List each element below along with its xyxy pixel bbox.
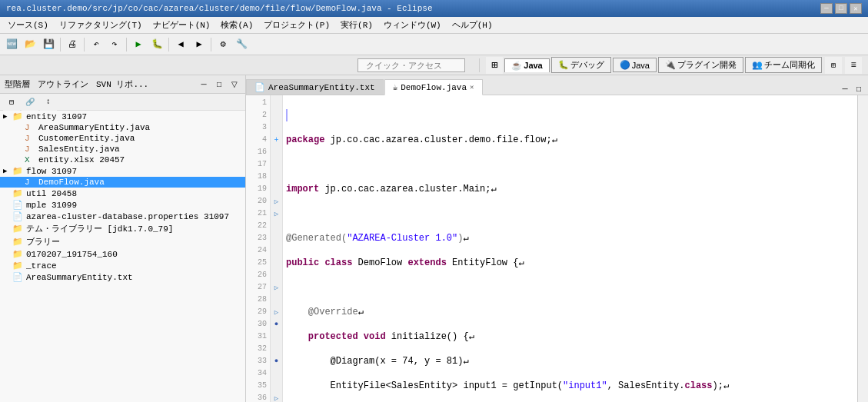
sidebar-menu-button[interactable]: ▽ bbox=[228, 78, 241, 91]
tree-arrow-entity: ▶ bbox=[3, 112, 12, 121]
gutter-26 bbox=[271, 269, 282, 281]
gutter-27: ▷ bbox=[271, 281, 282, 294]
back-button[interactable]: ◀ bbox=[172, 36, 189, 53]
tree-item-properties[interactable]: 📄 azarea-cluster-database.properties 310… bbox=[0, 211, 245, 222]
ln-31: 31 bbox=[246, 331, 267, 343]
perspective-settings[interactable]: ≡ bbox=[845, 57, 862, 74]
ln-35: 35 bbox=[246, 380, 267, 392]
tree-item-demoflow[interactable]: J DemoFlow.java bbox=[0, 177, 245, 188]
code-content[interactable]: package jp.co.cac.azarea.cluster.demo.fi… bbox=[283, 95, 857, 402]
code-line-1 bbox=[286, 109, 857, 121]
code-gutter: + ▷ ▷ ▷ ▷ ● ● ▷ bbox=[271, 95, 283, 402]
menu-refactor[interactable]: リファクタリング(T) bbox=[55, 18, 147, 32]
tree-item-util[interactable]: 📁 util 20458 bbox=[0, 188, 245, 199]
editor-minimize-button[interactable]: ─ bbox=[839, 82, 851, 95]
code-line-19 bbox=[286, 281, 857, 294]
tree-label-util: util 20458 bbox=[26, 189, 77, 198]
sidebar-collapse-button[interactable]: ⊟ bbox=[3, 94, 20, 111]
gutter-35 bbox=[271, 380, 282, 392]
tree-item-trace[interactable]: 📁 _trace bbox=[0, 260, 245, 271]
ln-24: 24 bbox=[246, 244, 267, 257]
open-perspective-button[interactable]: ⊞ bbox=[825, 57, 842, 74]
gutter-23 bbox=[271, 232, 282, 244]
tree-item-flow-folder[interactable]: ▶ 📁 flow 31097 bbox=[0, 165, 245, 177]
menu-run[interactable]: 実行(R) bbox=[336, 18, 377, 32]
tree-label-area-entity: AreaSummaryEntity.java bbox=[38, 123, 150, 132]
perspective-plugin[interactable]: 🔌 プラグイン開発 bbox=[658, 57, 743, 73]
tree-label-trace: _trace bbox=[26, 261, 57, 271]
perspective-team[interactable]: 👥 チーム同期化 bbox=[745, 57, 822, 73]
perspective-debug[interactable]: 🐛 デバッグ bbox=[551, 57, 611, 73]
tree-item-sales-entity[interactable]: J SalesEntity.java bbox=[0, 144, 245, 154]
menu-source[interactable]: ソース(S) bbox=[3, 18, 53, 32]
tab-demoflow[interactable]: ☕ DemoFlow.java ✕ bbox=[384, 79, 483, 95]
menu-bar: ソース(S) リファクタリング(T) ナビゲート(N) 検索(A) プロジェクト… bbox=[0, 17, 868, 34]
editor-tabs: 📄 AreaSummaryEntity.txt ☕ DemoFlow.java … bbox=[246, 75, 868, 95]
menu-navigate[interactable]: ナビゲート(N) bbox=[148, 18, 215, 32]
editor-maximize-button[interactable]: □ bbox=[853, 82, 865, 95]
tab-area-entity[interactable]: 📄 AreaSummaryEntity.txt bbox=[246, 79, 384, 95]
menu-help[interactable]: ヘルプ(H) bbox=[447, 18, 497, 32]
ln-19: 19 bbox=[246, 183, 267, 195]
misc-button-1[interactable]: ⚙ bbox=[215, 36, 231, 53]
sidebar-link-button[interactable]: 🔗 bbox=[22, 94, 38, 111]
tree-item-timestamp[interactable]: 📁 0170207_191754_160 bbox=[0, 248, 245, 260]
tree-item-entity-xlsx[interactable]: X entity.xlsx 20457 bbox=[0, 154, 245, 165]
undo-button[interactable]: ↶ bbox=[88, 36, 105, 53]
code-line-22: @Diagram(x = 74, y = 81)↵ bbox=[286, 355, 857, 367]
quick-access-input[interactable] bbox=[358, 58, 465, 72]
tab-close-demoflow[interactable]: ✕ bbox=[470, 83, 474, 91]
menu-search[interactable]: 検索(A) bbox=[216, 18, 258, 32]
ln-16: 16 bbox=[246, 146, 267, 158]
sidebar-sync-button[interactable]: ↕ bbox=[40, 94, 57, 111]
ln-33: 33 bbox=[246, 355, 267, 367]
code-line-21: protected void initialize() {↵ bbox=[286, 331, 857, 343]
editor-area: 📄 AreaSummaryEntity.txt ☕ DemoFlow.java … bbox=[246, 75, 868, 402]
ln-29: 29 bbox=[246, 306, 267, 318]
gutter-30: ● bbox=[271, 318, 282, 331]
file-icon-properties: 📄 bbox=[12, 211, 25, 221]
tree-item-jdk[interactable]: 📁 テム・ライブラリー [jdk1.7.0_79] bbox=[0, 222, 245, 235]
menu-window[interactable]: ウィンドウ(W) bbox=[379, 18, 446, 32]
sidebar-toolbar: ⊟ 🔗 ↕ bbox=[0, 94, 245, 111]
sidebar-maximize-button[interactable]: □ bbox=[213, 78, 225, 91]
tree-item-mple[interactable]: 📄 mple 31099 bbox=[0, 199, 245, 211]
close-button[interactable]: ✕ bbox=[850, 3, 862, 14]
window-controls[interactable]: ─ □ ✕ bbox=[820, 3, 862, 14]
open-button[interactable]: 📂 bbox=[22, 36, 38, 53]
editor-scrollbar[interactable] bbox=[857, 95, 868, 402]
debug-button[interactable]: 🐛 bbox=[148, 36, 165, 53]
perspective-java2[interactable]: 🔵 Java bbox=[613, 58, 657, 72]
tab-icon-area: 📄 bbox=[254, 82, 265, 92]
forward-button[interactable]: ▶ bbox=[191, 36, 208, 53]
perspective-java[interactable]: ☕ Java bbox=[504, 58, 549, 72]
tree-item-area-entity[interactable]: J AreaSummaryEntity.java bbox=[0, 122, 245, 133]
code-editor[interactable]: 1 2 3 4 16 17 18 19 20 21 22 23 24 25 26… bbox=[246, 95, 868, 402]
sidebar-tab-outline[interactable]: アウトライン bbox=[38, 78, 88, 90]
line-numbers: 1 2 3 4 16 17 18 19 20 21 22 23 24 25 26… bbox=[246, 95, 271, 402]
tree-label-sales-entity: SalesEntity.java bbox=[38, 145, 120, 154]
ln-18: 18 bbox=[246, 171, 267, 183]
sidebar-tab-svn[interactable]: SVN リポ... bbox=[96, 78, 148, 90]
new-button[interactable]: 🆕 bbox=[3, 36, 20, 53]
maximize-button[interactable]: □ bbox=[835, 3, 847, 14]
tree-item-entity-folder[interactable]: ▶ 📁 entity 31097 bbox=[0, 111, 245, 122]
redo-button[interactable]: ↷ bbox=[106, 36, 123, 53]
print-button[interactable]: 🖨 bbox=[64, 36, 81, 53]
save-button[interactable]: 💾 bbox=[40, 36, 57, 53]
sidebar-tree: ▶ 📁 entity 31097 J AreaSummaryEntity.jav… bbox=[0, 111, 245, 402]
run-button[interactable]: ▶ bbox=[130, 36, 147, 53]
tree-item-library[interactable]: 📁 ブラリー bbox=[0, 235, 245, 248]
sidebar-tab-hierarchy[interactable]: 型階層 bbox=[5, 78, 30, 90]
sidebar: 型階層 アウトライン SVN リポ... ─ □ ▽ ⊟ 🔗 ↕ ▶ 📁 ent… bbox=[0, 75, 246, 402]
menu-project[interactable]: プロジェクト(P) bbox=[259, 18, 334, 32]
minimize-button[interactable]: ─ bbox=[820, 3, 833, 14]
code-line-16 bbox=[286, 208, 857, 220]
main-toolbar: 🆕 📂 💾 🖨 ↶ ↷ ▶ 🐛 ◀ ▶ ⚙ 🔧 bbox=[0, 34, 868, 55]
sidebar-minimize-button[interactable]: ─ bbox=[198, 78, 210, 91]
tree-item-area-txt[interactable]: 📄 AreaSummaryEntity.txt bbox=[0, 271, 245, 283]
misc-button-2[interactable]: 🔧 bbox=[233, 36, 250, 53]
tree-item-customer-entity[interactable]: J CustomerEntity.java bbox=[0, 133, 245, 144]
sidebar-header: 型階層 アウトライン SVN リポ... ─ □ ▽ bbox=[0, 75, 245, 94]
gutter-17 bbox=[271, 158, 282, 171]
